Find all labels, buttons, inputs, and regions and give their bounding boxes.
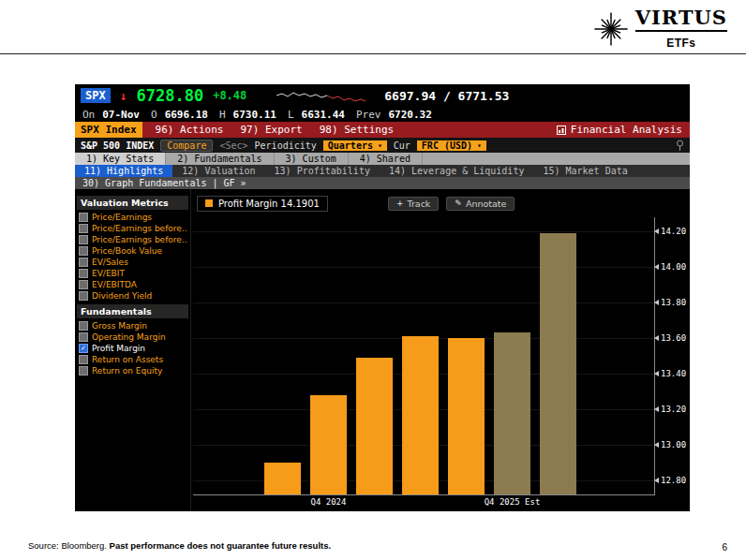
quote-field-value-o: 6696.18 (165, 109, 208, 121)
day-range: 6697.94 / 6771.53 (384, 89, 509, 103)
menu-98-settings[interactable]: 98) Settings (320, 124, 394, 136)
periodicity-value: Quarters (328, 140, 373, 151)
periodicity-dropdown[interactable]: Quarters ▾ (323, 140, 387, 151)
sidebar-item-ev-sales[interactable]: EV/Sales (75, 257, 190, 268)
sidebar-item-return-on-equity[interactable]: Return on Equity (75, 365, 190, 376)
gridline (193, 231, 654, 232)
sidebar-item-dividend-yield[interactable]: Dividend Yield (75, 290, 190, 302)
tab-3-custom[interactable]: 3) Custom (275, 153, 349, 165)
y-axis-tick-label: 13.20 (661, 405, 686, 414)
bar-estimate-5 (494, 332, 530, 494)
checkbox-icon[interactable] (79, 321, 88, 331)
sidebar-item-price-earnings[interactable]: Price/Earnings (75, 212, 190, 223)
track-button[interactable]: +Track (388, 197, 439, 211)
tab-2-fundamentals[interactable]: 2) Fundamentals (166, 153, 274, 165)
subtab-11-highlights[interactable]: 11) Highlights (75, 165, 172, 177)
subtab-15-market-data[interactable]: 15) Market Data (533, 165, 636, 177)
tab-1-key-stats[interactable]: 1) Key Stats (75, 153, 166, 165)
track-icon: + (396, 199, 404, 208)
sidebar-item-gross-margin[interactable]: Gross Margin (75, 320, 190, 332)
checkbox-icon[interactable] (79, 269, 88, 278)
brand-sub-row: ETFs (635, 30, 727, 51)
tick-arrow-icon (654, 478, 659, 483)
y-axis-tick-label: 14.00 (661, 262, 686, 272)
quote-field-label-o: O (151, 109, 157, 121)
checkbox-icon[interactable] (79, 280, 88, 289)
x-axis-label-q4-2025-est: Q4 2025 Est (485, 497, 541, 507)
sidebar-item-label: EV/EBIT (92, 269, 125, 278)
menu-97-export[interactable]: 97) Export (240, 124, 302, 136)
sidebar-item-price-earnings-before[interactable]: Price/Earnings before.. (75, 234, 190, 245)
sidebar-item-label: Price/Earnings before.. (92, 224, 187, 233)
chart-legend: Profit Margin 14.1901 (197, 196, 328, 212)
legend-label: Profit Margin 14.1901 (218, 199, 320, 209)
subtab-12-valuation[interactable]: 12) Valuation (172, 165, 264, 177)
tab-4-shared[interactable]: 4) Shared (349, 153, 423, 165)
checkbox-icon[interactable] (79, 224, 88, 233)
checkbox-icon[interactable] (79, 213, 88, 222)
quote-field-label-h: H (219, 109, 226, 121)
checkbox-icon[interactable] (79, 235, 88, 244)
subtab-13-profitability[interactable]: 13) Profitability (265, 165, 380, 177)
sidebar-item-profit-margin[interactable]: ✓Profit Margin (75, 343, 190, 354)
currency-dropdown[interactable]: FRC (USD) ▾ (417, 140, 486, 151)
financial-analysis-button[interactable]: Financial Analysis (557, 124, 682, 136)
checkbox-icon[interactable] (79, 258, 88, 267)
sidebar-item-operating-margin[interactable]: Operating Margin (75, 332, 190, 343)
quote-field-value-on: 07-Nov (102, 109, 140, 121)
checkbox-icon[interactable] (79, 246, 88, 256)
main-tab-bar: 1) Key Stats2) Fundamentals3) Custom4) S… (75, 153, 690, 165)
subtab-14-leverage-liquidity[interactable]: 14) Leverage & Liquidity (380, 165, 534, 177)
quote-details-row: On07-NovO6696.18H6730.11L6631.44Prev6720… (75, 107, 690, 122)
graph-fundamentals-bar[interactable]: 30) Graph Fundamentals | GF » (75, 177, 690, 189)
bar-actual-3 (402, 336, 439, 494)
menu-96-actions[interactable]: 96) Actions (156, 124, 224, 136)
y-axis-tick-14.20: 14.20 (654, 227, 686, 236)
ticker-input[interactable]: SPX Index (75, 122, 142, 138)
currency-value: FRC (USD) (422, 140, 472, 151)
pin-icon[interactable] (676, 140, 684, 151)
compare-sec-hint: <Sec> (219, 140, 247, 151)
bar-actual-4 (448, 338, 485, 494)
sidebar-item-price-book-value[interactable]: Price/Book Value (75, 245, 190, 257)
y-axis-tick-13.80: 13.80 (654, 298, 686, 307)
sidebar-item-label: Profit Margin (92, 344, 145, 353)
virtus-starburst-icon (594, 12, 628, 46)
checkbox-icon[interactable] (79, 332, 88, 342)
graph-fundamentals-label: 30) Graph Fundamentals | GF » (82, 178, 246, 188)
checkbox-icon[interactable] (79, 366, 88, 376)
bar-chart-plot: 14.2014.0013.8013.6013.4013.2013.0012.80… (193, 217, 655, 495)
sidebar-item-return-on-assets[interactable]: Return on Assets (75, 354, 190, 365)
quote-field-value-l: 6631.44 (302, 109, 345, 121)
checkbox-icon[interactable] (79, 355, 88, 364)
sidebar-item-ev-ebit[interactable]: EV/EBIT (75, 268, 190, 279)
bar-actual-0 (264, 463, 301, 494)
gridline (193, 302, 654, 303)
sidebar-item-label: Return on Assets (92, 355, 163, 364)
checkbox-checked-icon[interactable]: ✓ (79, 344, 88, 353)
terminal-toolbar: SPX Index 96) Actions97) Export98) Setti… (75, 122, 690, 138)
page-number: 6 (722, 542, 727, 553)
annotate-label: Annotate (466, 199, 506, 209)
currency-label: Cur (394, 140, 410, 151)
checkbox-icon[interactable] (79, 291, 88, 301)
compare-button[interactable]: Compare (160, 140, 213, 152)
sidebar-item-ev-ebitda[interactable]: EV/EBITDA (75, 279, 190, 290)
brand-name: VIRTUS (635, 7, 727, 28)
tick-arrow-icon (654, 442, 659, 448)
caret-down-icon: ▾ (378, 141, 382, 150)
price-change: +8.48 (213, 89, 246, 102)
bar-actual-1 (310, 395, 347, 494)
tick-arrow-icon (654, 228, 659, 234)
sidebar-item-label: Dividend Yield (92, 291, 152, 301)
quote-field-label-on: On (82, 109, 95, 121)
annotate-button[interactable]: ✎Annotate (446, 197, 515, 211)
quote-field-label-l: L (288, 109, 294, 121)
source-prefix: Source: Bloomberg. (28, 540, 110, 551)
tick-arrow-icon (654, 371, 659, 376)
gridline (193, 267, 654, 268)
header-divider (0, 53, 746, 54)
terminal-content: Valuation MetricsPrice/EarningsPrice/Ear… (75, 189, 690, 511)
sidebar-item-price-earnings-before[interactable]: Price/Earnings before.. (75, 223, 190, 234)
virtus-logo: VIRTUS ETFs (594, 7, 727, 51)
